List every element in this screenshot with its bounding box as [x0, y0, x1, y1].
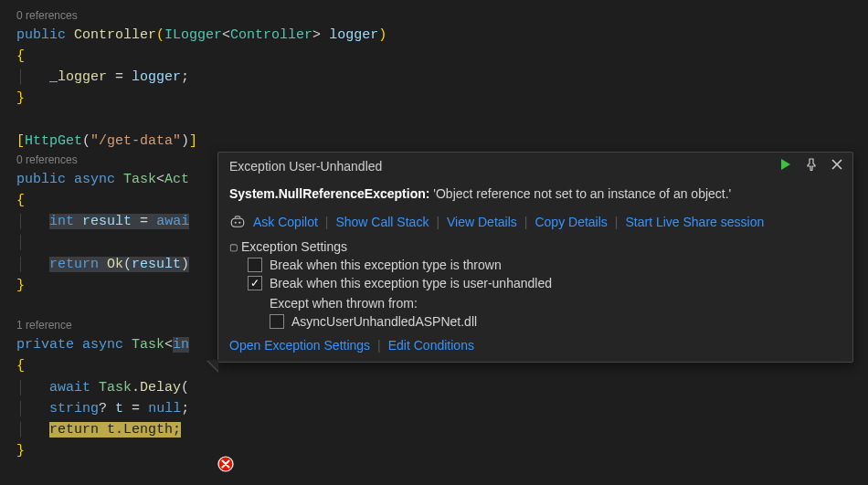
code-line: │ _logger = logger;	[16, 67, 852, 88]
exception-message: System.NullReferenceException: 'Object r…	[229, 186, 842, 201]
code-blank	[16, 110, 852, 131]
edit-conditions-link[interactable]: Edit Conditions	[388, 338, 474, 353]
break-when-user-unhandled-checkbox[interactable]	[248, 276, 262, 290]
settings-links: Open Exception Settings | Edit Condition…	[229, 338, 842, 353]
svg-rect-1	[231, 218, 244, 227]
close-icon[interactable]	[831, 158, 843, 174]
code-line: }	[16, 440, 852, 461]
section-label: Exception Settings	[241, 239, 347, 254]
exception-settings-expander[interactable]: ▢ Exception Settings	[229, 239, 842, 254]
popup-title: Exception User-Unhandled	[229, 159, 779, 174]
code-line: [HttpGet("/get-data")]	[16, 131, 852, 152]
code-line: │ string? t = null;	[16, 398, 852, 419]
pin-icon[interactable]	[805, 158, 818, 174]
code-line: }	[16, 88, 852, 109]
error-icon	[217, 456, 234, 472]
codelens-refs[interactable]: 0 references	[16, 7, 852, 25]
ask-copilot-link[interactable]: Ask Copilot	[253, 215, 318, 229]
except-module-checkbox[interactable]	[270, 314, 284, 329]
except-module-label: AsyncUserUnhandledASPNet.dll	[291, 314, 477, 329]
copilot-icon	[229, 214, 246, 230]
open-exception-settings-link[interactable]: Open Exception Settings	[229, 338, 370, 353]
continue-icon[interactable]	[779, 158, 792, 174]
live-share-link[interactable]: Start Live Share session	[625, 215, 764, 229]
code-line: {	[16, 46, 852, 67]
exception-helper-popup: Exception User-Unhandled System.NullRefe…	[217, 152, 853, 363]
code-line: │ return t.Length;	[16, 419, 852, 440]
svg-point-2	[235, 222, 237, 224]
break-when-thrown-label: Break when this exception type is thrown	[270, 258, 502, 272]
svg-point-3	[238, 222, 240, 224]
break-when-user-unhandled-label: Break when this exception type is user-u…	[270, 276, 552, 290]
copy-details-link[interactable]: Copy Details	[535, 215, 607, 229]
except-when-label: Except when thrown from:	[270, 296, 842, 311]
action-links: Ask Copilot | Show Call Stack | View Det…	[229, 214, 842, 230]
show-call-stack-link[interactable]: Show Call Stack	[335, 215, 429, 229]
code-line: │ await Task.Delay(	[16, 377, 852, 398]
view-details-link[interactable]: View Details	[447, 215, 517, 229]
chevron-down-icon: ▢	[229, 242, 238, 252]
code-line: public Controller(ILogger<Controller> lo…	[16, 25, 852, 46]
break-when-thrown-checkbox[interactable]	[248, 258, 262, 272]
